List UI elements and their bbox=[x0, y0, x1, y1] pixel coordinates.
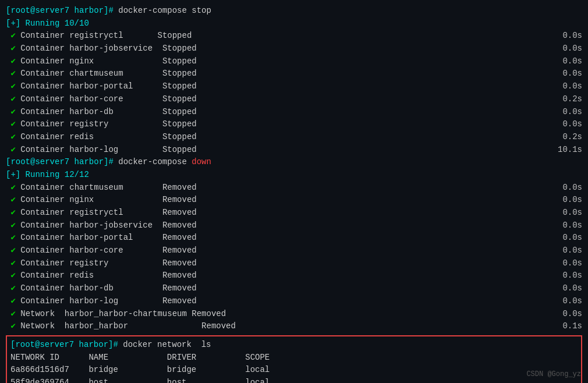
line-8: ✔ Container harbor-core Stopped0.2s bbox=[6, 93, 582, 106]
line-13: [root@server7 harbor]# docker-compose do… bbox=[6, 156, 582, 169]
tick-3: ✔ bbox=[6, 31, 20, 40]
line-9: ✔ Container harbor-db Stopped0.0s bbox=[6, 106, 582, 119]
line-1: [root@server7 harbor]# docker-compose st… bbox=[6, 5, 582, 17]
terminal: [root@server7 harbor]# docker-compose st… bbox=[0, 0, 588, 383]
line-19: ✔ Container harbor-portal Removed0.0s bbox=[6, 232, 582, 244]
line-12: ✔ Container harbor-log Stopped10.1s bbox=[6, 144, 582, 157]
line-25: ✔ Network harbor_harbor-chartmuseum Remo… bbox=[6, 308, 582, 321]
network-header: NETWORK ID NAME DRIVER SCOPE bbox=[10, 352, 578, 364]
line-6: ✔ Container chartmuseum Stopped0.0s bbox=[6, 68, 582, 80]
line-2: [+] Running 10/10 bbox=[6, 17, 582, 30]
line-23: ✔ Container harbor-db Removed0.0s bbox=[6, 282, 582, 295]
line-7: ✔ Container harbor-portal Stopped0.0s bbox=[6, 80, 582, 93]
line-14: [+] Running 12/12 bbox=[6, 169, 582, 182]
line-16: ✔ Container nginx Removed0.0s bbox=[6, 194, 582, 207]
line-20: ✔ Container harbor-core Removed0.0s bbox=[6, 244, 582, 257]
line-24: ✔ Container harbor-log Removed0.0s bbox=[6, 295, 582, 308]
prompt-1: [root@server7 harbor]# bbox=[6, 6, 114, 15]
line-4: ✔ Container harbor-jobservice Stopped0.0… bbox=[6, 42, 582, 55]
line-26: ✔ Network harbor_harbor Removed0.1s bbox=[6, 320, 582, 333]
line-3: ✔ Container registryctl Stopped 0.0s bbox=[6, 30, 582, 42]
line-22: ✔ Container redis Removed0.0s bbox=[6, 269, 582, 282]
cmd-1: docker-compose stop bbox=[114, 6, 211, 15]
line-10: ✔ Container registry Stopped0.0s bbox=[6, 118, 582, 131]
line-5: ✔ Container nginx Stopped0.0s bbox=[6, 55, 582, 68]
network-section: [root@server7 harbor]# docker network ls… bbox=[6, 335, 582, 383]
network-cmd-line: [root@server7 harbor]# docker network ls bbox=[10, 339, 578, 352]
network-row-1: 6a866d1516d7 bridge bridge local bbox=[10, 364, 578, 377]
line-17: ✔ Container registryctl Removed0.0s bbox=[6, 207, 582, 219]
status-1: [+] Running 10/10 bbox=[6, 19, 89, 28]
network-row-2: 58f9de369764 host host local bbox=[10, 377, 578, 383]
line-11: ✔ Container redis Stopped0.2s bbox=[6, 131, 582, 144]
line-15: ✔ Container chartmuseum Removed0.0s bbox=[6, 182, 582, 194]
line-18: ✔ Container harbor-jobservice Removed0.0… bbox=[6, 219, 582, 232]
watermark: CSDN @Gong_yz bbox=[526, 370, 581, 378]
line-21: ✔ Container registry Removed0.0s bbox=[6, 257, 582, 270]
